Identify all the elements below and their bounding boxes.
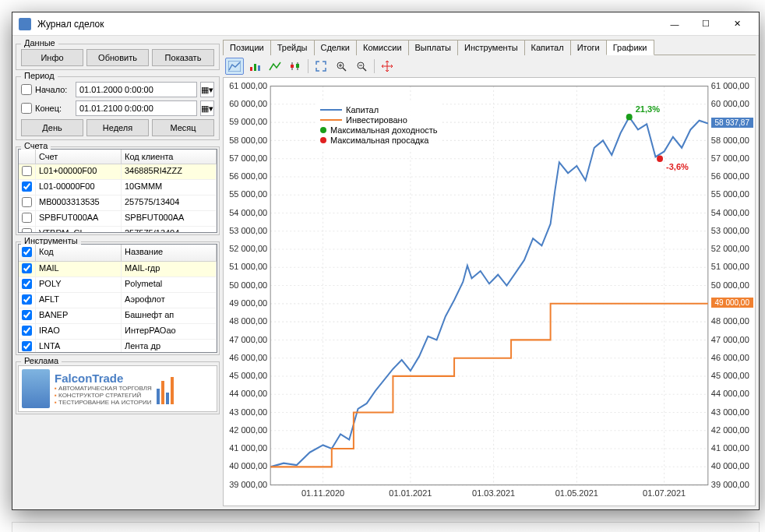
show-button[interactable]: Показать (152, 49, 214, 66)
table-row[interactable]: LNTAЛента др (19, 340, 217, 353)
row-checkbox[interactable] (22, 213, 32, 223)
svg-text:46 000,00: 46 000,00 (229, 353, 267, 362)
table-row[interactable]: L01+00000F00346885RI4ZZZ (19, 164, 217, 180)
svg-text:41 000,00: 41 000,00 (711, 443, 749, 453)
svg-text:53 000,00: 53 000,00 (711, 226, 749, 235)
svg-line-9 (343, 68, 346, 71)
day-button[interactable]: День (21, 119, 83, 136)
month-button[interactable]: Месяц (152, 119, 214, 136)
end-input[interactable]: 01.01.2100 0:00:00 (76, 100, 197, 116)
chart-type-line-button[interactable] (266, 58, 284, 75)
row-checkbox[interactable] (22, 181, 32, 192)
accounts-col-client[interactable]: Код клиента (122, 150, 217, 164)
table-row[interactable]: BANEPБашнефт ап (19, 308, 217, 324)
ad-group: Реклама FalconTrade АВТОМАТИЧЕСКАЯ ТОРГО… (16, 361, 220, 414)
svg-text:52 000,00: 52 000,00 (229, 244, 267, 253)
chart-type-bar-button[interactable] (245, 58, 264, 75)
table-row[interactable]: L01-00000F0010GMMM (19, 180, 217, 196)
end-calendar-button[interactable]: ▦▾ (200, 100, 214, 116)
start-label: Начало: (35, 85, 72, 94)
crosshair-button[interactable] (378, 58, 397, 75)
tab-Капитал[interactable]: Капитал (524, 40, 571, 55)
svg-text:47 000,00: 47 000,00 (711, 334, 749, 344)
tab-Комиссии[interactable]: Комиссии (356, 40, 409, 55)
ad-banner[interactable]: FalconTrade АВТОМАТИЧЕСКАЯ ТОРГОВЛЯКОНСТ… (18, 365, 217, 412)
row-checkbox[interactable] (22, 326, 32, 336)
maximize-button[interactable]: ☐ (690, 13, 721, 35)
chart-type-candle-button[interactable] (286, 58, 305, 75)
start-checkbox[interactable] (21, 84, 32, 95)
close-button[interactable]: ✕ (721, 13, 753, 35)
tab-Инструменты[interactable]: Инструменты (457, 40, 525, 55)
table-row[interactable]: SPBFUT000AASPBFUT000AA (19, 211, 217, 227)
row-checkbox[interactable] (22, 197, 32, 207)
table-row[interactable]: AFLTАэрофлот (19, 293, 217, 308)
week-button[interactable]: Неделя (86, 119, 149, 136)
zoom-in-button[interactable] (332, 58, 351, 75)
svg-text:01.03.2021: 01.03.2021 (472, 488, 515, 498)
table-row[interactable]: MAILMAIL-гдр (19, 262, 217, 277)
ad-line: КОНСТРУКТОР СТРАТЕГИЙ (55, 392, 152, 399)
row-checkbox[interactable] (22, 228, 32, 233)
instruments-table[interactable]: Код Название MAILMAIL-гдрPOLYPolymetalAF… (18, 244, 217, 353)
svg-text:39 000,00: 39 000,00 (229, 480, 267, 489)
svg-text:57 000,00: 57 000,00 (711, 153, 749, 163)
svg-line-13 (363, 68, 366, 71)
svg-text:51 000,00: 51 000,00 (229, 262, 267, 271)
table-row[interactable]: VTBRM_CL257575/13404 (19, 227, 217, 233)
info-button[interactable]: Инфо (21, 49, 83, 66)
svg-text:51 000,00: 51 000,00 (711, 262, 749, 271)
svg-point-97 (626, 114, 633, 120)
start-calendar-button[interactable]: ▦▾ (200, 82, 214, 97)
svg-text:44 000,00: 44 000,00 (711, 389, 749, 398)
tab-Сделки[interactable]: Сделки (314, 40, 358, 55)
row-checkbox[interactable] (22, 279, 32, 289)
app-icon (19, 18, 31, 30)
row-checkbox[interactable] (22, 166, 32, 176)
minimize-button[interactable]: — (659, 13, 690, 35)
start-input[interactable]: 01.01.2000 0:00:00 (76, 82, 197, 97)
svg-text:21,3%: 21,3% (636, 104, 660, 114)
instruments-col-name[interactable]: Название (122, 245, 217, 261)
table-row[interactable]: POLYPolymetal (19, 277, 217, 293)
zoom-out-button[interactable] (352, 58, 371, 75)
tab-Итоги[interactable]: Итоги (570, 40, 607, 55)
legend-invested: Инвестировано (346, 115, 407, 125)
table-row[interactable]: MB0003313535257575/13404 (19, 196, 217, 211)
table-row[interactable]: IRAOИнтерРАОао (19, 324, 217, 340)
tab-Позиции[interactable]: Позиции (223, 40, 271, 55)
svg-text:39 000,00: 39 000,00 (711, 480, 749, 489)
svg-rect-3 (258, 65, 260, 71)
app-window: Журнал сделок — ☐ ✕ Данные Инфо Обновить… (12, 12, 760, 510)
row-checkbox[interactable] (22, 263, 32, 273)
row-checkbox[interactable] (22, 341, 32, 351)
row-checkbox[interactable] (22, 294, 32, 305)
svg-text:-3,6%: -3,6% (666, 162, 689, 171)
chart-area[interactable]: 39 000,0039 000,0040 000,0040 000,0041 0… (223, 78, 756, 506)
accounts-table[interactable]: Счет Код клиента L01+00000F00346885RI4ZZ… (18, 149, 217, 233)
instruments-check-all[interactable] (22, 247, 32, 257)
refresh-button[interactable]: Обновить (86, 49, 149, 66)
svg-text:56 000,00: 56 000,00 (229, 171, 267, 181)
svg-text:45 000,00: 45 000,00 (229, 371, 267, 380)
svg-text:60 000,00: 60 000,00 (229, 99, 267, 108)
svg-text:50 000,00: 50 000,00 (711, 280, 749, 289)
end-checkbox[interactable] (21, 103, 32, 114)
chart-type-area-button[interactable] (225, 58, 244, 75)
instruments-col-code[interactable]: Код (36, 245, 122, 261)
svg-rect-1 (250, 67, 252, 71)
row-checkbox[interactable] (22, 310, 32, 320)
end-label: Конец: (35, 104, 72, 113)
titlebar: Журнал сделок — ☐ ✕ (12, 12, 759, 36)
svg-text:43 000,00: 43 000,00 (711, 407, 749, 416)
accounts-col-account[interactable]: Счет (36, 150, 122, 164)
tab-Графики[interactable]: Графики (606, 40, 654, 55)
tab-Выплаты[interactable]: Выплаты (408, 40, 458, 55)
svg-text:42 000,00: 42 000,00 (711, 425, 749, 435)
fullscreen-button[interactable] (312, 58, 330, 75)
data-group-title: Данные (21, 38, 58, 48)
tab-Трейды[interactable]: Трейды (270, 40, 315, 55)
svg-text:55 000,00: 55 000,00 (711, 189, 749, 199)
main-area: ПозицииТрейдыСделкиКомиссииВыплатыИнстру… (223, 36, 759, 509)
sidebar: Данные Инфо Обновить Показать Период Нач… (12, 36, 223, 509)
